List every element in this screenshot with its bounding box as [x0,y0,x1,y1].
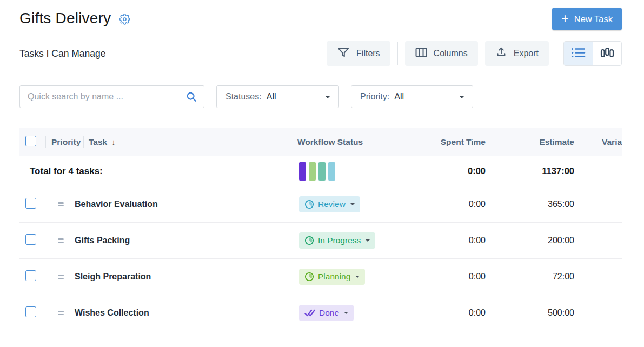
filter-bar: Statuses: All Priority: All [19,85,622,108]
status-clock-icon [304,199,314,209]
status-clock-icon [304,236,314,245]
page: Gifts Delivery + New Task Tasks I Can Ma… [0,0,644,331]
statuses-value: All [267,92,276,102]
list-view-button[interactable] [564,42,593,65]
header-task-label: Task [89,137,107,147]
sort-descending-icon: ↓ [111,137,116,146]
export-icon [495,46,507,61]
page-header: Gifts Delivery + New Task [19,0,622,34]
task-name[interactable]: Gifts Packing [75,236,130,245]
status-badge[interactable]: Planning [299,269,365,285]
task-name[interactable]: Wishes Collection [75,308,149,318]
search-icon[interactable] [185,91,197,103]
filter-funnel-icon [337,46,350,61]
status-bar [309,162,316,181]
status-bar [328,162,335,181]
view-toggle [563,41,622,66]
toolbar: Filters Columns Export [327,41,622,66]
export-button[interactable]: Export [485,41,549,66]
toolbar-divider [556,42,556,65]
statuses-label: Statuses: [225,92,262,102]
table-row: Wishes Collection Done 0:00 500:00 [19,295,622,331]
header-divider [83,136,84,148]
drag-handle-icon[interactable] [58,275,64,279]
badge-caret-icon [344,312,348,314]
status-label: Done [319,308,339,318]
header-divider [45,136,46,148]
spent-time-value: 0:00 [411,236,486,245]
filters-button[interactable]: Filters [327,41,390,66]
priority-value: All [394,92,404,102]
row-checkbox[interactable] [25,234,36,245]
page-title: Gifts Delivery [19,10,111,27]
status-clock-icon [304,272,314,282]
total-estimate: 1137:00 [486,166,574,176]
badge-caret-icon [366,239,370,242]
status-label: Planning [318,272,350,282]
table-header-row: Priority Task ↓ Workflow Status Spent Ti… [19,128,622,156]
badge-caret-icon [355,276,360,278]
header-workflow-status[interactable]: Workflow Status [287,137,411,147]
table-row: Sleigh Preparation Planning 0:00 72:00 [19,259,622,295]
status-badge[interactable]: Done [299,305,354,321]
toolbar-row: Tasks I Can Manage Filters Columns Expor… [19,41,622,66]
total-spent-time: 0:00 [411,166,486,176]
header-estimate[interactable]: Estimate [486,137,574,147]
list-view-icon [571,47,586,60]
settings-button[interactable] [119,10,130,26]
search-input[interactable] [28,92,185,102]
status-label: In Progress [318,236,361,245]
status-distribution [287,162,411,181]
spent-time-value: 0:00 [411,199,486,209]
task-table: Priority Task ↓ Workflow Status Spent Ti… [19,128,622,331]
drag-handle-icon[interactable] [58,311,64,315]
new-task-button[interactable]: + New Task [552,8,622,30]
board-view-icon [600,46,614,61]
search-box [19,85,204,108]
table-row: Gifts Packing In Progress 0:00 200:00 [19,223,622,259]
status-label: Review [318,199,346,209]
chevron-down-icon [459,96,464,98]
header-spent-time[interactable]: Spent Time [411,137,486,147]
header-task[interactable]: Task ↓ [83,137,287,147]
priority-dropdown[interactable]: Priority: All [351,85,473,108]
estimate-value: 365:00 [486,199,574,209]
badge-caret-icon [350,203,355,205]
drag-handle-icon[interactable] [58,238,64,243]
select-all-checkbox[interactable] [25,136,36,146]
drag-handle-icon[interactable] [58,202,64,206]
estimate-value: 200:00 [486,236,574,245]
header-variance[interactable]: Variance [574,137,622,147]
gear-icon [119,14,130,26]
priority-label: Priority: [360,92,389,102]
spent-time-value: 0:00 [411,272,486,282]
row-checkbox[interactable] [25,198,36,209]
total-label: Total for 4 tasks: [19,166,287,177]
row-checkbox[interactable] [25,306,36,317]
status-badge[interactable]: In Progress [299,232,375,249]
filters-label: Filters [356,49,380,58]
row-checkbox[interactable] [25,270,36,281]
export-label: Export [514,49,539,58]
total-row: Total for 4 tasks: 0:00 1137:00 [19,156,622,186]
table-row: Behavior Evaluation Review 0:00 365:00 [19,186,622,223]
estimate-value: 500:00 [486,308,574,318]
task-name[interactable]: Sleigh Preparation [75,272,151,282]
task-name[interactable]: Behavior Evaluation [75,199,158,209]
status-badge[interactable]: Review [299,196,360,212]
plus-icon: + [561,12,568,25]
toolbar-divider [397,42,398,65]
columns-button[interactable]: Columns [405,41,478,66]
view-subtitle: Tasks I Can Manage [19,48,106,59]
header-priority[interactable]: Priority [45,137,83,147]
column-divider [287,128,287,331]
chevron-down-icon [325,96,330,98]
status-bar [299,162,306,181]
board-view-button[interactable] [593,42,621,65]
statuses-dropdown[interactable]: Statuses: All [216,85,339,108]
new-task-label: New Task [574,14,613,24]
spent-time-value: 0:00 [411,308,486,318]
table-body: Behavior Evaluation Review 0:00 365:00 G… [19,186,622,331]
status-bar [318,162,326,181]
columns-icon [415,47,427,60]
